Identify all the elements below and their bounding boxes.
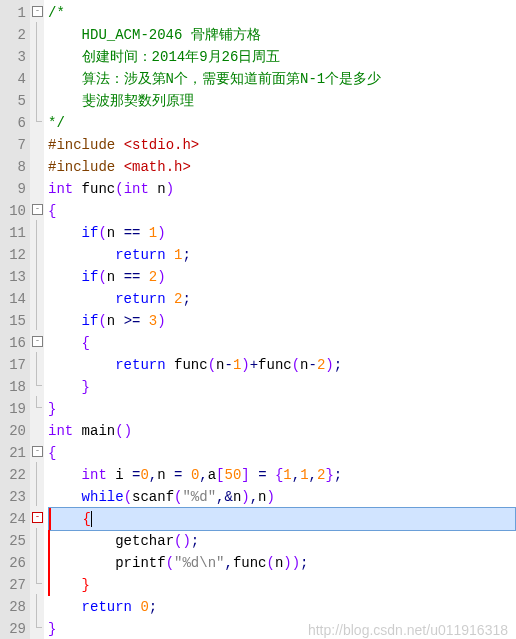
code-line: HDU_ACM-2046 骨牌铺方格 <box>48 24 516 46</box>
code-line: 斐波那契数列原理 <box>48 90 516 112</box>
line-number: 7 <box>2 134 26 156</box>
code-line: */ <box>48 112 516 134</box>
code-line: if(n == 1) <box>48 222 516 244</box>
code-line: 创建时间：2014年9月26日周五 <box>48 46 516 68</box>
code-line: int func(int n) <box>48 178 516 200</box>
line-number: 28 <box>2 596 26 618</box>
line-number: 13 <box>2 266 26 288</box>
code-line: #include <math.h> <box>48 156 516 178</box>
code-line: { <box>48 332 516 354</box>
line-number: 27 <box>2 574 26 596</box>
line-number: 23 <box>2 486 26 508</box>
code-line: { <box>48 442 516 464</box>
code-line: getchar(); <box>48 530 516 552</box>
line-number: 6 <box>2 112 26 134</box>
code-line: return 2; <box>48 288 516 310</box>
code-line: if(n == 2) <box>48 266 516 288</box>
line-number: 10 <box>2 200 26 222</box>
code-line: return func(n-1)+func(n-2); <box>48 354 516 376</box>
line-number: 25 <box>2 530 26 552</box>
code-line: /* <box>48 2 516 24</box>
code-line: int main() <box>48 420 516 442</box>
line-number: 11 <box>2 222 26 244</box>
line-number: 20 <box>2 420 26 442</box>
code-line: } <box>48 574 516 596</box>
line-number: 19 <box>2 398 26 420</box>
fold-toggle-icon[interactable]: - <box>32 204 43 215</box>
code-line: return 0; <box>48 596 516 618</box>
code-line: } <box>48 376 516 398</box>
line-number: 3 <box>2 46 26 68</box>
code-area[interactable]: /* HDU_ACM-2046 骨牌铺方格 创建时间：2014年9月26日周五 … <box>44 0 516 639</box>
code-line-active: { <box>48 507 516 531</box>
fold-toggle-icon[interactable]: - <box>32 336 43 347</box>
line-number: 22 <box>2 464 26 486</box>
code-line: } <box>48 398 516 420</box>
fold-column: - - - - - <box>30 0 44 639</box>
code-line: if(n >= 3) <box>48 310 516 332</box>
line-number: 5 <box>2 90 26 112</box>
line-number: 26 <box>2 552 26 574</box>
code-line: 算法：涉及第N个，需要知道前面第N-1个是多少 <box>48 68 516 90</box>
line-number: 29 <box>2 618 26 639</box>
line-number: 18 <box>2 376 26 398</box>
line-number: 17 <box>2 354 26 376</box>
line-number: 14 <box>2 288 26 310</box>
line-number: 16 <box>2 332 26 354</box>
line-number: 1 <box>2 2 26 24</box>
line-number: 15 <box>2 310 26 332</box>
text-cursor <box>91 511 92 527</box>
code-line: printf("%d\n",func(n)); <box>48 552 516 574</box>
line-number: 21 <box>2 442 26 464</box>
code-line: { <box>48 200 516 222</box>
code-line: return 1; <box>48 244 516 266</box>
fold-toggle-icon[interactable]: - <box>32 512 43 523</box>
line-number: 2 <box>2 24 26 46</box>
fold-toggle-icon[interactable]: - <box>32 446 43 457</box>
code-line: #include <stdio.h> <box>48 134 516 156</box>
line-number: 24 <box>2 508 26 530</box>
line-number: 12 <box>2 244 26 266</box>
line-number-gutter: 1 2 3 4 5 6 7 8 9 10 11 12 13 14 15 16 1… <box>0 0 30 639</box>
code-editor: 1 2 3 4 5 6 7 8 9 10 11 12 13 14 15 16 1… <box>0 0 516 639</box>
line-number: 8 <box>2 156 26 178</box>
line-number: 9 <box>2 178 26 200</box>
line-number: 4 <box>2 68 26 90</box>
watermark-text: http://blog.csdn.net/u011916318 <box>308 622 508 638</box>
fold-toggle-icon[interactable]: - <box>32 6 43 17</box>
code-line: int i =0,n = 0,a[50] = {1,1,2}; <box>48 464 516 486</box>
code-line: while(scanf("%d",&n),n) <box>48 486 516 508</box>
